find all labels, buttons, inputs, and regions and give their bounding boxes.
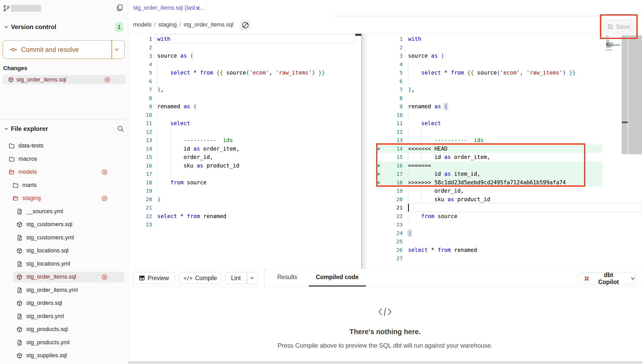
folder-icon [9,156,15,162]
breadcrumb-file[interactable]: stg_order_items.sql [184,21,233,28]
chevron-down-icon[interactable] [4,24,9,30]
code-line-13: ---------- ids [157,136,233,145]
tab-compiled-code[interactable]: Compiled code [316,274,359,281]
horizontal-scrollbar[interactable] [128,361,642,363]
editor-scrollbar-thumb[interactable] [622,122,628,123]
save-button[interactable]: Save [603,19,634,34]
file-item-label: stg_customers.yml [26,234,74,241]
line-number: 23 [392,220,403,229]
folder-icon [9,143,15,149]
line-number: 4 [392,60,403,69]
line-number: 2 [142,43,152,52]
file-item-stg-order-items-yml[interactable]: stg_order_items.yml [0,284,128,297]
file-item-label: stg_supplies.sql [26,352,67,359]
model-icon [16,300,23,306]
line-number: 14 [142,145,152,153]
conflict-x-circle-icon[interactable] [102,274,107,280]
folder-open-icon [12,195,19,201]
lint-split-divider [247,272,247,284]
tab-results[interactable]: Results [277,274,297,281]
editor-scrollbar-track[interactable] [622,35,628,154]
file-item-stg-locations-yml[interactable]: stg_locations.yml [0,258,128,271]
code-line-24: ) [408,229,411,238]
breadcrumb-models[interactable]: models [133,21,152,28]
file-item-stg-orders-yml[interactable]: stg_orders.yml [0,310,128,323]
line-number: 3 [392,52,403,60]
model-icon [16,326,23,333]
code-line-19: order_id, [408,187,464,195]
conflict-x-circle-icon[interactable] [102,169,107,175]
file-item-stg-order-items-sql[interactable]: stg_order_items.sql [0,271,128,284]
file-item-stg-products-yml[interactable]: stg_products.yml [0,336,128,349]
line-number: 25 [392,237,403,246]
indent-guide [171,170,171,178]
file-item-stg-customers-yml[interactable]: stg_customers.yml [0,231,128,244]
file-item-staging[interactable]: staging [0,192,128,205]
file-item-label: __sources.yml [26,208,63,215]
model-cube-icon [8,77,14,83]
file-item-marts[interactable]: marts [0,179,128,192]
editor-pane-left[interactable]: 1with23source as (45 select * from {{ so… [128,34,361,269]
left-editor-scrollbar-thumb[interactable] [355,34,361,36]
line-number: 6 [392,77,403,86]
preview-button[interactable]: Preview [133,272,175,284]
commit-dropdown-chevron-icon[interactable] [114,47,120,52]
line-number: 21 [392,204,403,212]
file-item-label: staging [22,195,41,201]
compile-label: Compile [195,275,217,282]
file-item-stg-locations-sql[interactable]: stg_locations.sql [0,244,128,257]
file-item-stg-orders-sql[interactable]: stg_orders.sql [0,297,128,310]
code-line-11: select [408,119,441,128]
version-control-badge: 1 [115,22,123,32]
compile-button[interactable]: </> Compile [179,272,222,284]
file-item--sources-yml[interactable]: __sources.yml [0,205,128,218]
line-number: 3 [142,52,152,60]
tab-stg-order-items[interactable]: stg_order_items.sql (last c... [128,0,206,16]
line-number: 11 [142,119,152,128]
file-item-stg-supplies-sql[interactable]: stg_supplies.sql [0,349,128,362]
indent-guide [408,77,408,86]
editor-pane-right[interactable]: 1with23source as (45 select * from {{ so… [362,34,642,269]
current-line-highlight [406,203,642,212]
line-number: 2 [392,43,403,52]
code-line-7: ), [157,85,164,94]
line-number: 8 [392,94,403,103]
code-line-9: renamed as ( [157,102,197,111]
file-item-label: stg_products.sql [26,326,68,333]
file-item-stg-customers-sql[interactable]: stg_customers.sql [0,218,128,231]
line-number: 20 [142,195,152,204]
dbt-copilot-button[interactable]: dbt Copilot [578,273,636,285]
file-item-macros[interactable]: macros [0,153,128,166]
sidebar-header [0,0,128,15]
file-item-label: models [18,168,37,175]
file-item-label: stg_locations.sql [26,247,69,254]
lineage-icon[interactable] [240,20,251,31]
file-item-stg-products-sql[interactable]: stg_products.sql [0,323,128,336]
changed-file-row[interactable]: stg_order_items.sql [3,75,125,84]
code-line-1: with [157,35,171,43]
breadcrumb-staging[interactable]: staging [158,21,177,28]
editor-area: 1with23source as (45 select * from {{ so… [128,34,642,269]
indent-guide [171,128,171,136]
line-number: 19 [392,187,403,195]
line-number: 5 [392,69,403,77]
chevron-down-icon[interactable] [4,126,9,131]
tab-close-icon[interactable] [195,6,200,11]
window-scrollbar[interactable] [628,35,642,154]
conflict-x-circle-icon[interactable] [102,196,107,201]
copy-files-icon[interactable] [116,4,123,11]
commit-and-resolve-button[interactable]: Commit and resolve [3,40,125,59]
doc-icon [16,261,23,267]
code-line-20: sku as product_id [408,195,490,204]
copilot-sparkle-icon [583,275,590,282]
indent-guide [157,128,158,136]
file-item-models[interactable]: models [0,166,128,179]
indent-guide [157,60,158,69]
line-number: 7 [392,85,403,94]
search-icon[interactable] [117,125,124,132]
file-item-label: stg_order_items.yml [26,287,78,293]
tab-bar: stg_order_items.sql (last c... [128,0,642,16]
file-item-data-tests[interactable]: data-tests [0,139,128,152]
lint-dropdown-chevron-icon[interactable] [249,276,254,280]
conflict-x-circle-icon[interactable] [104,77,110,83]
